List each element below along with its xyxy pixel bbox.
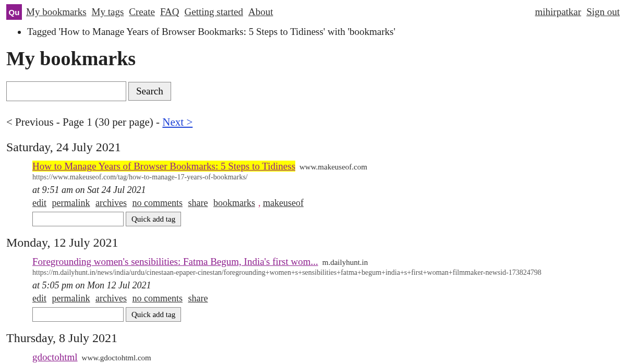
action-share[interactable]: share (188, 198, 208, 208)
action-permalink[interactable]: permalink (52, 198, 90, 208)
nav-about[interactable]: About (248, 6, 273, 17)
bookmark-timestamp: at 5:05 pm on Mon 12 Jul 2021 (32, 280, 620, 291)
quick-tag-input[interactable] (32, 307, 124, 322)
pager-info: Page 1 (30 per page) (63, 116, 153, 128)
bookmark-title-link[interactable]: gdoctohtml (32, 351, 78, 362)
bookmark-url: https://m.dailyhunt.in/news/india/urdu/c… (32, 269, 620, 277)
user-link[interactable]: mihirpatkar (535, 6, 581, 17)
action-no-comments[interactable]: no comments (132, 198, 183, 208)
action-permalink[interactable]: permalink (52, 293, 90, 304)
action-archives[interactable]: archives (95, 198, 127, 208)
pager-next[interactable]: Next > (162, 116, 192, 128)
status-message: Tagged 'How to Manage Years of Browser B… (27, 26, 620, 38)
action-no-comments[interactable]: no comments (132, 293, 183, 304)
logo-icon: Qu (6, 4, 22, 20)
quick-add-tag-button[interactable]: Quick add tag (126, 307, 181, 322)
date-heading: Monday, 12 July 2021 (6, 236, 620, 250)
quick-add-tag-button[interactable]: Quick add tag (126, 212, 181, 226)
bookmark-title-link[interactable]: How to Manage Years of Browser Bookmarks… (32, 161, 295, 172)
signout-link[interactable]: Sign out (586, 6, 620, 17)
date-heading: Thursday, 8 July 2021 (6, 331, 620, 345)
nav-create[interactable]: Create (129, 6, 155, 17)
bookmark-url: https://www.makeuseof.com/tag/how-to-man… (32, 173, 620, 181)
pager-prev: < Previous (6, 116, 54, 128)
action-archives[interactable]: archives (95, 293, 127, 304)
nav-faq[interactable]: FAQ (160, 6, 179, 17)
bookmark-item: Foregrounding women's sensibilities: Fat… (32, 256, 620, 322)
action-share[interactable]: share (188, 293, 208, 304)
quick-tag-input[interactable] (32, 212, 124, 226)
date-heading: Saturday, 24 July 2021 (6, 140, 620, 154)
page-title: My bookmarks (6, 47, 620, 70)
pagination: < Previous - Page 1 (30 per page) - Next… (6, 116, 620, 129)
nav-my-bookmarks[interactable]: My bookmarks (26, 6, 87, 17)
nav-getting-started[interactable]: Getting started (185, 6, 243, 17)
bookmark-domain: www.makeuseof.com (299, 163, 367, 171)
tag-link[interactable]: makeuseof (263, 198, 304, 208)
tag-link[interactable]: bookmarks (213, 198, 255, 208)
action-edit[interactable]: edit (32, 293, 46, 304)
bookmark-timestamp: at 9:51 am on Sat 24 Jul 2021 (32, 185, 620, 196)
search-button[interactable]: Search (128, 82, 171, 101)
bookmark-domain: www.gdoctohtml.com (82, 354, 151, 362)
action-edit[interactable]: edit (32, 198, 46, 208)
search-input[interactable] (6, 81, 126, 101)
nav-my-tags[interactable]: My tags (92, 6, 124, 17)
bookmark-domain: m.dailyhunt.in (322, 258, 368, 266)
bookmark-item: How to Manage Years of Browser Bookmarks… (32, 161, 620, 226)
bookmark-title-link[interactable]: Foregrounding women's sensibilities: Fat… (32, 256, 318, 267)
bookmark-item: gdoctohtml www.gdoctohtml.com (32, 351, 620, 363)
